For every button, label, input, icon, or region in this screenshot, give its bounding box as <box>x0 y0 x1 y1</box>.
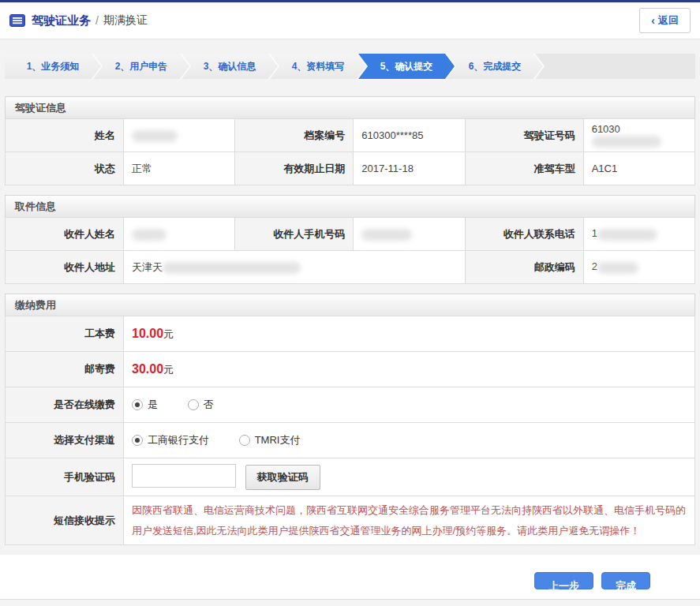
redacted-address <box>163 262 301 274</box>
step-tab-4-fill-data[interactable]: 4、资料填写 <box>270 54 366 79</box>
redacted-zip <box>597 262 638 274</box>
redacted-recipient-name <box>132 229 167 241</box>
license-section-title: 驾驶证信息 <box>5 96 695 118</box>
step-tab-2-declaration[interactable]: 2、用户申告 <box>93 54 189 79</box>
postage-fee-label: 邮寄费 <box>6 352 124 387</box>
redacted-mobile <box>361 229 412 241</box>
step-tab-3-confirm-info[interactable]: 3、确认信息 <box>182 54 278 79</box>
fees-section-title: 缴纳费用 <box>5 294 695 316</box>
radio-online-no[interactable] <box>188 399 199 410</box>
table-row: 收件人姓名 收件人手机号码 收件人联系电话 1 <box>6 218 695 251</box>
sms-notice-cell: 因陕西省联通、电信运营商技术问题，陕西省互联网交通安全综合服务管理平台无法向持陕… <box>124 496 695 545</box>
finish-button[interactable]: 完成 <box>601 572 650 589</box>
pickup-info-section: 取件信息 收件人姓名 收件人手机号码 收件人联系电话 1 收件人地址 天津天 邮… <box>5 195 695 284</box>
radio-channel-tmri[interactable] <box>239 435 250 446</box>
sms-code-label: 手机验证码 <box>6 458 124 496</box>
zip-code-value: 2 <box>583 251 694 284</box>
fees-section: 缴纳费用 工本费 10.00元 邮寄费 30.00元 是否在线缴费 是 否 <box>5 294 695 545</box>
previous-step-button[interactable]: 上一步 <box>534 572 593 589</box>
work-fee-value: 10.00元 <box>124 316 695 352</box>
back-button-label: 返回 <box>658 13 679 28</box>
table-row: 收件人地址 天津天 邮政编码 2 <box>6 251 695 284</box>
table-row: 工本费 10.00元 <box>6 316 695 352</box>
recipient-phone-label: 收件人联系电话 <box>465 218 583 251</box>
table-row: 邮寄费 30.00元 <box>6 352 695 387</box>
vehicle-class-label: 准驾车型 <box>465 152 583 185</box>
expiry-date-value: 2017-11-18 <box>354 152 465 185</box>
pickup-info-table: 收件人姓名 收件人手机号码 收件人联系电话 1 收件人地址 天津天 邮政编码 2 <box>5 217 695 284</box>
page: 驾驶证业务 / 期满换证 ‹ 返回 1、业务须知 2、用户申告 3、确认信息 4… <box>0 0 700 606</box>
radio-channel-tmri-label[interactable]: TMRI支付 <box>255 434 301 446</box>
online-payment-label: 是否在线缴费 <box>6 387 124 423</box>
recipient-name-value <box>124 218 235 251</box>
recipient-address-label: 收件人地址 <box>6 251 124 284</box>
breadcrumb-current-page: 期满换证 <box>103 13 148 28</box>
breadcrumb-separator: / <box>95 14 99 27</box>
payment-channel-options: 工商银行支付 TMRI支付 <box>124 423 695 458</box>
license-info-section: 驾驶证信息 姓名 档案编号 610300****85 驾驶证号码 61030 状… <box>5 96 695 185</box>
step-progress-bar: 1、业务须知 2、用户申告 3、确认信息 4、资料填写 5、确认提交 6、完成提… <box>5 54 695 79</box>
table-row: 是否在线缴费 是 否 <box>6 387 695 423</box>
work-fee-label: 工本费 <box>6 316 124 352</box>
file-number-label: 档案编号 <box>235 119 354 152</box>
redacted-license-number <box>592 136 661 148</box>
footer-strip <box>0 600 700 606</box>
sms-notice-text: 因陕西省联通、电信运营商技术问题，陕西省互联网交通安全综合服务管理平台无法向持陕… <box>132 500 687 541</box>
recipient-name-label: 收件人姓名 <box>6 218 124 251</box>
postage-fee-value: 30.00元 <box>124 352 695 387</box>
payment-channel-label: 选择支付渠道 <box>6 423 124 458</box>
table-row: 选择支付渠道 工商银行支付 TMRI支付 <box>6 423 695 458</box>
get-sms-code-button[interactable]: 获取验证码 <box>245 465 320 490</box>
table-row: 状态 正常 有效期止日期 2017-11-18 准驾车型 A1C1 <box>6 152 695 185</box>
pickup-section-title: 取件信息 <box>5 195 695 217</box>
redacted-name <box>132 130 178 142</box>
postage-fee-amount: 30.00 <box>132 362 163 376</box>
step-tab-6-complete[interactable]: 6、完成提交 <box>447 54 543 79</box>
sms-code-input[interactable] <box>132 464 236 488</box>
status-value: 正常 <box>124 152 235 185</box>
breadcrumb-business-type: 驾驶证业务 <box>32 13 91 28</box>
radio-channel-icbc[interactable] <box>132 435 143 446</box>
table-row: 手机验证码 获取验证码 <box>6 458 695 496</box>
step-bar-filler <box>535 54 695 79</box>
radio-online-yes-label[interactable]: 是 <box>148 398 158 410</box>
status-label: 状态 <box>6 152 124 185</box>
radio-online-yes[interactable] <box>132 399 143 410</box>
form-actions: 上一步 完成 <box>0 555 700 600</box>
name-label: 姓名 <box>6 119 124 152</box>
table-row: 姓名 档案编号 610300****85 驾驶证号码 61030 <box>6 119 695 152</box>
radio-channel-icbc-label[interactable]: 工商银行支付 <box>148 434 209 446</box>
license-info-table: 姓名 档案编号 610300****85 驾驶证号码 61030 状态 正常 有… <box>5 118 695 185</box>
zip-code-label: 邮政编码 <box>465 251 583 284</box>
table-row: 短信接收提示 因陕西省联通、电信运营商技术问题，陕西省互联网交通安全综合服务管理… <box>6 496 695 545</box>
sms-notice-label: 短信接收提示 <box>6 496 124 545</box>
file-number-value: 610300****85 <box>354 119 465 152</box>
back-chevron-icon: ‹ <box>651 15 655 26</box>
fees-table: 工本费 10.00元 邮寄费 30.00元 是否在线缴费 是 否 选择支付渠道 <box>5 316 695 545</box>
step-tab-5-confirm-submit-active[interactable]: 5、确认提交 <box>358 54 455 79</box>
recipient-mobile-value <box>354 218 465 251</box>
name-value <box>124 119 235 152</box>
online-payment-options: 是 否 <box>124 387 695 423</box>
recipient-mobile-label: 收件人手机号码 <box>235 218 354 251</box>
work-fee-amount: 10.00 <box>132 327 163 340</box>
license-number-value: 61030 <box>583 119 694 152</box>
currency-unit: 元 <box>163 364 174 376</box>
vehicle-class-value: A1C1 <box>583 152 694 185</box>
back-button[interactable]: ‹ 返回 <box>639 8 691 33</box>
step-tab-1-notice[interactable]: 1、业务须知 <box>5 54 101 79</box>
page-header: 驾驶证业务 / 期满换证 ‹ 返回 <box>0 2 700 39</box>
radio-online-no-label[interactable]: 否 <box>204 398 214 410</box>
license-number-label: 驾驶证号码 <box>465 119 583 152</box>
recipient-address-value: 天津天 <box>124 251 466 284</box>
recipient-phone-value: 1 <box>583 218 694 251</box>
expiry-date-label: 有效期止日期 <box>235 152 354 185</box>
redacted-phone <box>597 229 657 241</box>
currency-unit: 元 <box>163 328 174 340</box>
list-document-icon <box>9 14 25 27</box>
sms-code-field-cell: 获取验证码 <box>124 458 695 496</box>
